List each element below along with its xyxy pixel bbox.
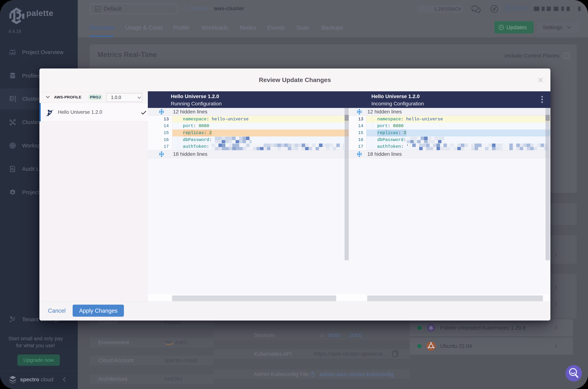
svg-text:aws: aws xyxy=(165,340,171,344)
